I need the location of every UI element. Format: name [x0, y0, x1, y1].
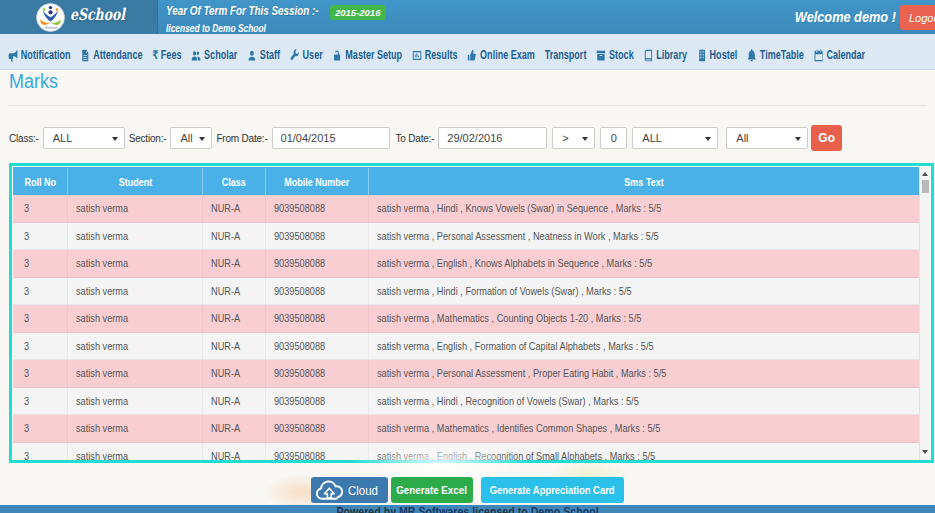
- cell-sms-text: satish verma , English , Formation of Ca…: [369, 333, 920, 361]
- powered-by-text: Powered by: [336, 505, 396, 513]
- box-icon: [596, 49, 606, 62]
- nav-item-stock[interactable]: Stock: [596, 48, 633, 62]
- cell-sms-text: satish verma , Mathematics , Counting Ob…: [369, 305, 920, 333]
- class-select-wrap: ALL: [43, 127, 125, 149]
- title-divider: [8, 105, 927, 106]
- logout-button[interactable]: Logout: [900, 5, 935, 30]
- cell-student: satish verma: [68, 360, 203, 388]
- operator-select-wrap: >: [552, 127, 595, 149]
- nav-item-transport[interactable]: Transport: [545, 48, 587, 62]
- generate-appreciation-card-label: Generate Appreciation Card: [490, 484, 615, 496]
- brand-name: eSchool: [70, 5, 125, 24]
- scroll-up-arrow-icon[interactable]: [920, 168, 930, 180]
- count-input[interactable]: [600, 127, 627, 149]
- cell-student: satish verma: [68, 415, 203, 443]
- footer-text: Powered by MR Softwares licensed to Demo…: [70, 505, 865, 513]
- subject-select[interactable]: All: [727, 128, 807, 148]
- table-row[interactable]: 3satish vermaNUR-A9039508088satish verma…: [13, 415, 930, 443]
- to-date-input[interactable]: [438, 127, 547, 149]
- cell-class: NUR-A: [203, 223, 266, 251]
- calendar-icon: [814, 49, 824, 62]
- cell-mobile-number: 9039508088: [266, 195, 369, 223]
- nav-item-hostel[interactable]: Hostel: [697, 48, 737, 62]
- column-header-sms-text: Sms Text: [369, 168, 920, 195]
- table-row[interactable]: 3satish vermaNUR-A9039508088satish verma…: [13, 360, 930, 388]
- cell-sms-text: satish verma , Personal Assessment , Nea…: [369, 223, 920, 251]
- nav-item-label: Stock: [609, 48, 634, 62]
- cell-class: NUR-A: [203, 333, 266, 361]
- table-row[interactable]: 3satish vermaNUR-A9039508088satish verma…: [13, 443, 930, 464]
- nav-item-staff[interactable]: Staff: [247, 48, 280, 62]
- class-select[interactable]: ALL: [44, 128, 124, 148]
- generate-appreciation-card-button[interactable]: Generate Appreciation Card: [481, 477, 624, 503]
- users-icon: [191, 49, 201, 62]
- cell-sms-text: satish verma , Hindi , Formation of Vowe…: [369, 278, 920, 306]
- nav-item-label: Online Exam: [480, 48, 535, 62]
- nav-item-online-exam[interactable]: Online Exam: [467, 48, 535, 62]
- unlock-icon: [333, 49, 343, 62]
- cell-class: NUR-A: [203, 360, 266, 388]
- nav-item-label: Transport: [545, 48, 587, 62]
- cell-class: NUR-A: [203, 250, 266, 278]
- cell-class: NUR-A: [203, 305, 266, 333]
- section-select[interactable]: All: [171, 128, 211, 148]
- cloud-upload-icon: [313, 479, 346, 501]
- column-header-mobile-number: Mobile Number: [266, 168, 369, 195]
- licensed-text: licensed to Demo School: [166, 22, 333, 34]
- scroll-thumb[interactable]: [922, 180, 929, 193]
- nav-item-master-setup[interactable]: Master Setup: [333, 48, 403, 62]
- nav-item-notification[interactable]: Notification: [8, 48, 71, 62]
- exam-select[interactable]: ALL: [633, 128, 717, 148]
- welcome-text: Welcome demo !: [795, 0, 896, 34]
- section-select-wrap: All: [170, 127, 212, 149]
- nav-item-label: Hostel: [710, 48, 738, 62]
- subject-select-wrap: All: [726, 127, 808, 149]
- session-label: Year Of Term For This Session :-: [166, 3, 319, 18]
- cloud-button[interactable]: Cloud: [311, 477, 388, 503]
- cell-roll-no: 3: [13, 305, 68, 333]
- cell-roll-no: 3: [13, 443, 68, 464]
- table-row[interactable]: 3satish vermaNUR-A9039508088satish verma…: [13, 333, 930, 361]
- nav-item-timetable[interactable]: TimeTable: [747, 48, 804, 62]
- table-row[interactable]: 3satish vermaNUR-A9039508088satish verma…: [13, 250, 930, 278]
- cell-student: satish verma: [68, 388, 203, 416]
- cell-class: NUR-A: [203, 278, 266, 306]
- licensed-to-text: licensed to: [472, 505, 528, 513]
- from-date-input[interactable]: [272, 127, 390, 149]
- table-row[interactable]: 3satish vermaNUR-A9039508088satish verma…: [13, 195, 930, 223]
- table-row[interactable]: 3satish vermaNUR-A9039508088satish verma…: [13, 278, 930, 306]
- brand-block: School eSchool: [0, 0, 158, 34]
- nav-item-library[interactable]: Library: [643, 48, 686, 62]
- cell-roll-no: 3: [13, 278, 68, 306]
- cell-mobile-number: 9039508088: [266, 223, 369, 251]
- nav-item-scholar[interactable]: Scholar: [191, 48, 237, 62]
- nav-item-fees[interactable]: ₹Fees: [152, 48, 181, 62]
- filter-bar: Class:- ALL Section:- All From Date:- To…: [9, 125, 842, 151]
- nav-item-results[interactable]: Results: [412, 48, 458, 62]
- go-button[interactable]: Go: [811, 125, 842, 151]
- operator-select[interactable]: >: [553, 128, 594, 148]
- cell-mobile-number: 9039508088: [266, 360, 369, 388]
- generate-excel-button[interactable]: Generate Excel: [391, 477, 473, 503]
- table-scrollbar[interactable]: [919, 167, 930, 459]
- nav-item-label: Staff: [260, 48, 280, 62]
- nav-bar: NotificationAttendance₹FeesScholarStaffU…: [0, 34, 935, 70]
- cell-sms-text: satish verma , Hindi , Recognition of Vo…: [369, 388, 920, 416]
- mr-softwares-link[interactable]: MR Softwares: [399, 505, 469, 513]
- cell-mobile-number: 9039508088: [266, 415, 369, 443]
- cell-roll-no: 3: [13, 415, 68, 443]
- nav-item-attendance[interactable]: Attendance: [80, 48, 142, 62]
- nav-item-calendar[interactable]: Calendar: [814, 48, 866, 62]
- demo-school-link[interactable]: Demo School: [531, 505, 599, 513]
- cell-class: NUR-A: [203, 443, 266, 464]
- scroll-down-arrow-icon[interactable]: [920, 446, 930, 458]
- table-row[interactable]: 3satish vermaNUR-A9039508088satish verma…: [13, 223, 930, 251]
- table-row[interactable]: 3satish vermaNUR-A9039508088satish verma…: [13, 305, 930, 333]
- cell-student: satish verma: [68, 443, 203, 464]
- table-row[interactable]: 3satish vermaNUR-A9039508088satish verma…: [13, 388, 930, 416]
- column-header-student: Student: [68, 168, 203, 195]
- nav-item-user[interactable]: User: [290, 48, 323, 62]
- cell-roll-no: 3: [13, 388, 68, 416]
- action-buttons: Cloud Generate Excel Generate Appreciati…: [0, 477, 935, 503]
- cell-sms-text: satish verma , Hindi , Knows Vowels (Swa…: [369, 195, 920, 223]
